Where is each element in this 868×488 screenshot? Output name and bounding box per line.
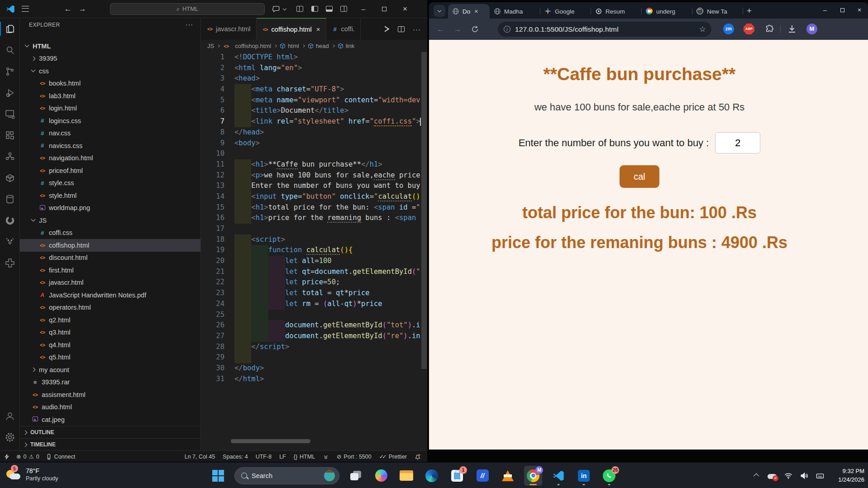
project-tree-icon[interactable]	[0, 146, 20, 167]
file-item[interactable]: <>discount.html	[20, 252, 200, 264]
file-item[interactable]: <>javascr.html	[20, 277, 200, 289]
zoom-extension-icon[interactable]: zm	[723, 24, 734, 34]
store-taskbar-icon[interactable]: 1	[448, 466, 466, 486]
browser-tab[interactable]: Google	[540, 4, 591, 19]
eol[interactable]: LF	[279, 454, 286, 460]
profile-avatar[interactable]: M	[806, 24, 817, 34]
folder-item[interactable]: JS	[20, 214, 200, 227]
container-icon[interactable]	[0, 167, 20, 188]
code-line[interactable]: 4 <meta charset="UTF-8">	[201, 84, 421, 95]
code-line[interactable]: 13 Enter the number of buns you want to …	[201, 181, 421, 191]
close-tab-icon[interactable]: ×	[316, 25, 320, 33]
new-tab-button[interactable]: +	[747, 6, 752, 16]
file-item[interactable]: cat.jpeg	[20, 413, 200, 426]
forward-arrow-icon[interactable]: →	[452, 24, 463, 35]
vscode-taskbar-icon[interactable]	[549, 466, 568, 486]
address-bar[interactable]: i 127.0.0.1:5500/JS/coffishop.html ☆	[498, 22, 711, 37]
code-line[interactable]: 21 let qt=document.getElementById("qt").…	[201, 267, 421, 277]
panel-left-icon[interactable]	[311, 6, 320, 15]
downloads-icon[interactable]	[787, 24, 797, 34]
file-item[interactable]: <>lab3.html	[20, 90, 200, 102]
explorer-icon[interactable]	[0, 18, 20, 39]
run-and-debug-icon[interactable]	[0, 82, 20, 103]
taskbar-search[interactable]: Search	[234, 467, 339, 484]
vlc-taskbar-icon[interactable]	[499, 466, 517, 486]
code-line[interactable]: 7 <link rel="stylesheet" href="coffi.css…	[201, 116, 421, 127]
outline-section[interactable]: OUTLINE	[20, 426, 200, 438]
code-line[interactable]: 19 function calculat(){	[201, 245, 421, 256]
code-line[interactable]: 25	[201, 310, 421, 321]
code-line[interactable]: 27 document.getElementById("re").innerHT…	[201, 331, 421, 342]
maximize-button[interactable]	[834, 2, 851, 18]
code-line[interactable]: 9<body>	[201, 138, 421, 149]
task-view-taskbar-icon[interactable]	[347, 466, 365, 486]
editor-tab[interactable]: <>javascr.html	[201, 18, 257, 40]
browser-tab[interactable]: underg	[642, 4, 692, 19]
notifications-bell-icon[interactable]	[415, 454, 421, 460]
file-item[interactable]: <>first.html	[20, 264, 200, 277]
accounts-icon[interactable]	[0, 405, 20, 426]
edge-taskbar-icon[interactable]	[423, 466, 441, 486]
code-line[interactable]: 26 document.getElementById("tot").innerH…	[201, 320, 421, 331]
code-line[interactable]: 22 let price=50;	[201, 277, 421, 288]
panel-right-icon[interactable]	[340, 6, 349, 15]
connect-button[interactable]: Connect	[46, 454, 76, 460]
database-icon[interactable]	[0, 188, 20, 210]
linkedin-taskbar-icon[interactable]: in	[575, 466, 593, 486]
browser-tab[interactable]: Madha	[490, 4, 540, 19]
file-item[interactable]: worldmap.png	[20, 202, 200, 215]
code-line[interactable]: 16 <h1>price for the remaning buns : <sp…	[201, 213, 421, 224]
whatsapp-taskbar-icon[interactable]: 26	[600, 466, 618, 486]
file-item[interactable]: #navicss.css	[20, 139, 200, 152]
extension-status-icon[interactable]	[323, 454, 329, 460]
prettier-status[interactable]: ✓✓Prettier	[379, 453, 407, 460]
file-item[interactable]: <>coffishop.html	[20, 239, 200, 252]
file-item[interactable]: <>q5.html	[20, 351, 200, 364]
file-item[interactable]: #coffi.css	[20, 227, 200, 239]
onedrive-error-icon[interactable]	[768, 471, 777, 481]
code-line[interactable]: 1<!DOCTYPE html>	[201, 52, 421, 63]
buns-quantity-input[interactable]	[715, 132, 760, 153]
volume-icon[interactable]	[799, 471, 809, 481]
live-server-port[interactable]: ⊘Port : 5500	[337, 453, 372, 460]
browser-tab[interactable]: Resum	[591, 4, 642, 19]
swirl-extension-icon[interactable]	[0, 210, 20, 231]
code-editor[interactable]: 1<!DOCTYPE html>2<html lang="en">3<head>…	[201, 52, 421, 437]
settings-icon[interactable]	[0, 426, 20, 448]
close-tab-icon[interactable]: ×	[474, 8, 478, 15]
split-editor-icon[interactable]	[398, 26, 405, 32]
file-item[interactable]: <>priceof.html	[20, 164, 200, 177]
layout-grid-icon[interactable]	[296, 6, 305, 15]
extensions-puzzle-icon[interactable]	[764, 24, 775, 34]
code-line[interactable]: 18 <script>	[201, 234, 421, 245]
reload-icon[interactable]	[469, 24, 481, 35]
adblock-extension-icon[interactable]: ABP	[744, 24, 754, 34]
remote-explorer-icon[interactable]	[0, 103, 20, 124]
code-line[interactable]: 2<html lang="en">	[201, 63, 421, 74]
url-text[interactable]: 127.0.0.1:5500/JS/coffishop.html	[515, 25, 619, 33]
browser-tab[interactable]: New Ta	[692, 4, 743, 19]
panel-bottom-icon[interactable]	[326, 6, 335, 15]
file-item[interactable]: <>login.html	[20, 102, 200, 115]
code-line[interactable]: 6 <title>Document</title>	[201, 105, 421, 116]
file-item[interactable]: <>books.html	[20, 77, 200, 90]
vertical-scrollbar[interactable]	[421, 52, 427, 369]
touch-keybo ard-icon[interactable]	[815, 471, 825, 481]
source-control-icon[interactable]	[0, 61, 20, 82]
indentation[interactable]: Spaces: 4	[223, 454, 248, 460]
code-line[interactable]: 20 let all=100	[201, 256, 421, 267]
editor-tab[interactable]: <>coffishop.html×	[257, 18, 326, 40]
copilot-taskbar-icon[interactable]	[372, 466, 390, 486]
folder-item[interactable]: my acount	[20, 364, 200, 376]
tab-search-icon[interactable]	[434, 5, 445, 17]
file-item[interactable]: ≡39395.rar	[20, 376, 200, 389]
folder-item[interactable]: 39395	[20, 53, 200, 65]
code-line[interactable]: 5 <meta name="viewport" content="width=d…	[201, 95, 421, 106]
app-slashes-taskbar-icon[interactable]: //	[473, 466, 491, 486]
weather-widget[interactable]: 5 78°F Partly cloudy	[5, 466, 58, 483]
code-line[interactable]: 14 <input type="button" onclick="calcula…	[201, 191, 421, 202]
file-item[interactable]: <>assisment.html	[20, 388, 200, 401]
menu-icon[interactable]	[22, 6, 29, 12]
remote-indicator-icon[interactable]	[4, 454, 10, 460]
back-arrow-icon[interactable]: ←	[434, 24, 446, 35]
